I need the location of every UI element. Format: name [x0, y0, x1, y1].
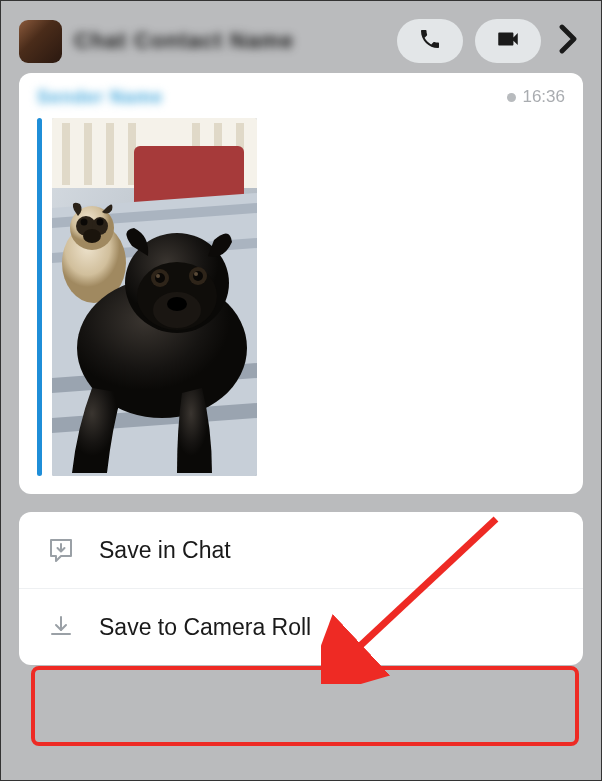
svg-point-14 [83, 229, 101, 243]
save-to-camera-roll-label: Save to Camera Roll [99, 614, 311, 641]
svg-rect-2 [62, 123, 70, 185]
svg-point-16 [97, 219, 104, 226]
video-icon [495, 26, 521, 56]
chevron-right-icon [559, 24, 577, 58]
svg-rect-4 [106, 123, 114, 185]
sender-name: Sender Name [37, 87, 163, 108]
contact-name[interactable]: Chat Contact Name [74, 28, 385, 54]
contact-avatar[interactable] [19, 20, 62, 63]
video-call-button[interactable] [475, 19, 541, 63]
chat-header: Chat Contact Name [1, 1, 601, 73]
save-in-chat-option[interactable]: Save in Chat [19, 512, 583, 588]
message-timestamp: 16:36 [507, 87, 565, 107]
save-in-chat-label: Save in Chat [99, 537, 231, 564]
audio-call-button[interactable] [397, 19, 463, 63]
message-accent-bar [37, 118, 42, 476]
chat-message-card: Sender Name 16:36 [19, 73, 583, 494]
svg-point-25 [193, 271, 203, 281]
svg-point-26 [194, 272, 198, 276]
save-to-camera-roll-option[interactable]: Save to Camera Roll [19, 588, 583, 665]
svg-point-23 [156, 274, 160, 278]
status-dot-icon [507, 93, 516, 102]
save-chat-icon [45, 534, 77, 566]
timestamp-text: 16:36 [522, 87, 565, 107]
forward-button[interactable] [553, 24, 583, 58]
snap-image[interactable] [52, 118, 257, 476]
phone-icon [418, 27, 442, 55]
svg-rect-3 [84, 123, 92, 185]
annotation-highlight [31, 666, 579, 746]
svg-point-22 [155, 273, 165, 283]
svg-point-15 [81, 219, 88, 226]
svg-point-27 [167, 297, 187, 311]
context-menu: Save in Chat Save to Camera Roll [19, 512, 583, 665]
download-icon [45, 611, 77, 643]
